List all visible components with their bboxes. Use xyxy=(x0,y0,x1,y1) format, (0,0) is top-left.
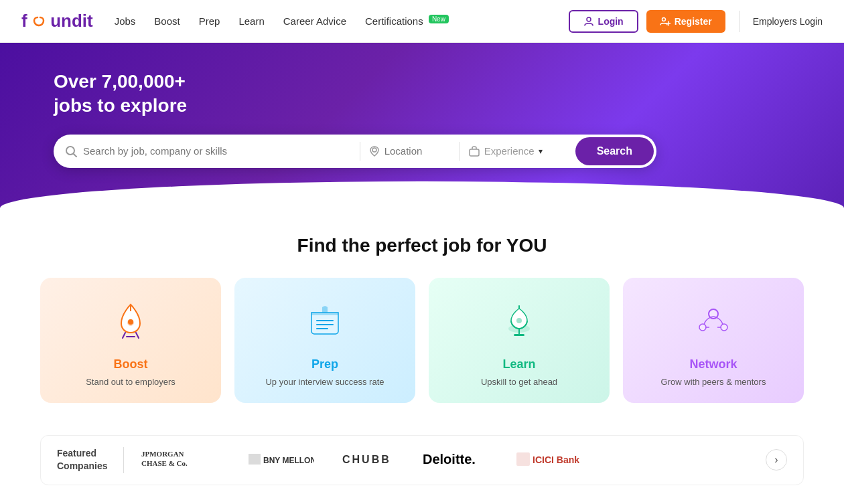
section-title: Find the perfect job for YOU xyxy=(40,235,804,256)
briefcase-icon xyxy=(468,145,480,157)
svg-text:ICICI Bank: ICICI Bank xyxy=(533,454,579,465)
icici-svg: ICICI Bank xyxy=(515,447,589,471)
learn-icon xyxy=(445,299,593,349)
location-input[interactable] xyxy=(384,145,451,157)
search-separator-2 xyxy=(460,142,460,161)
nav-boost[interactable]: Boost xyxy=(154,15,180,27)
register-button[interactable]: Register xyxy=(646,10,725,33)
location-icon xyxy=(368,145,380,157)
location-wrap xyxy=(368,145,451,157)
hero-section: Over 7,00,000+ jobs to explore Experienc… xyxy=(0,43,844,208)
nav-prep[interactable]: Prep xyxy=(199,15,220,27)
chevron-down-icon: ▾ xyxy=(539,147,543,156)
login-button[interactable]: Login xyxy=(569,10,638,33)
svg-point-6 xyxy=(372,148,376,152)
svg-point-10 xyxy=(128,319,133,325)
search-separator xyxy=(360,142,360,161)
search-input[interactable] xyxy=(83,139,352,163)
svg-rect-17 xyxy=(514,334,524,336)
featured-companies-section: Featured Companies JPMORGAN CHASE & Co. … xyxy=(40,435,804,485)
svg-point-19 xyxy=(516,318,522,323)
network-icon xyxy=(639,299,788,349)
boost-title: Boost xyxy=(56,357,205,371)
prep-icon xyxy=(251,299,399,349)
prep-desc: Up your interview success rate xyxy=(251,377,399,387)
prep-title: Prep xyxy=(251,357,399,371)
main-content: Find the perfect job for YOU Boost Stand… xyxy=(0,208,844,504)
svg-text:CHASE & Co.: CHASE & Co. xyxy=(141,459,188,467)
svg-rect-27 xyxy=(249,454,261,465)
feature-cards: Boost Stand out to employers Prep Up you… xyxy=(40,278,804,403)
nav-learn[interactable]: Learn xyxy=(238,15,264,27)
employers-login[interactable]: Employers Login xyxy=(753,16,823,27)
search-bar: Experience ▾ Search xyxy=(54,135,656,168)
prep-card[interactable]: Prep Up your interview success rate xyxy=(234,278,415,403)
svg-text:Deloitte.: Deloitte. xyxy=(423,452,476,467)
svg-text:JPMORGAN: JPMORGAN xyxy=(141,450,184,458)
companies-list: JPMORGAN CHASE & Co. BNY MELLON CHUBB De… xyxy=(140,446,766,474)
svg-point-0 xyxy=(587,17,591,21)
svg-text:BNY MELLON: BNY MELLON xyxy=(263,456,314,465)
chubb-logo[interactable]: CHUBB xyxy=(341,447,395,473)
user-icon xyxy=(583,16,594,27)
boost-icon xyxy=(56,299,205,349)
icici-logo[interactable]: ICICI Bank xyxy=(515,447,589,473)
featured-label: Featured Companies xyxy=(57,447,124,473)
jpmorgan-logo[interactable]: JPMORGAN CHASE & Co. xyxy=(140,447,220,473)
chubb-svg: CHUBB xyxy=(341,447,395,471)
boost-desc: Stand out to employers xyxy=(56,377,205,387)
experience-dropdown[interactable]: Experience ▾ xyxy=(468,145,575,157)
navbar: f undit Jobs Boost Prep Learn Career Adv… xyxy=(0,0,844,43)
nav-actions: Login Register Employers Login xyxy=(569,10,823,33)
experience-label: Experience xyxy=(484,145,535,157)
bny-svg: BNY MELLON xyxy=(247,447,314,471)
deloitte-logo[interactable]: Deloitte. xyxy=(421,446,488,474)
nav-divider xyxy=(739,11,740,32)
network-desc: Grow with peers & mentors xyxy=(639,377,788,387)
search-button[interactable]: Search xyxy=(575,137,654,165)
hero-title: Over 7,00,000+ jobs to explore xyxy=(54,70,790,118)
search-icon xyxy=(64,145,78,158)
learn-title: Learn xyxy=(445,357,593,371)
nav-certifications[interactable]: Certifications New xyxy=(365,15,449,27)
nav-links: Jobs Boost Prep Learn Career Advice Cert… xyxy=(115,15,569,27)
companies-next-button[interactable]: › xyxy=(766,449,787,471)
svg-line-5 xyxy=(74,153,77,157)
nav-career-advice[interactable]: Career Advice xyxy=(283,15,346,27)
register-icon xyxy=(660,16,671,27)
svg-rect-31 xyxy=(516,452,530,466)
new-badge: New xyxy=(429,15,449,23)
bny-mellon-logo[interactable]: BNY MELLON xyxy=(247,447,314,473)
svg-text:CHUBB: CHUBB xyxy=(342,454,391,465)
jpmorgan-svg: JPMORGAN CHASE & Co. xyxy=(140,447,220,471)
nav-jobs[interactable]: Jobs xyxy=(115,15,136,27)
svg-point-21 xyxy=(699,324,706,331)
network-card[interactable]: Network Grow with peers & mentors xyxy=(623,278,804,403)
learn-desc: Upskill to get ahead xyxy=(445,377,593,387)
svg-point-1 xyxy=(662,17,665,21)
learn-card[interactable]: Learn Upskill to get ahead xyxy=(429,278,610,403)
network-title: Network xyxy=(639,357,788,371)
deloitte-svg: Deloitte. xyxy=(421,446,488,471)
boost-card[interactable]: Boost Stand out to employers xyxy=(40,278,221,403)
svg-rect-7 xyxy=(470,149,479,156)
logo[interactable]: f undit xyxy=(21,11,93,31)
svg-point-22 xyxy=(721,324,727,331)
